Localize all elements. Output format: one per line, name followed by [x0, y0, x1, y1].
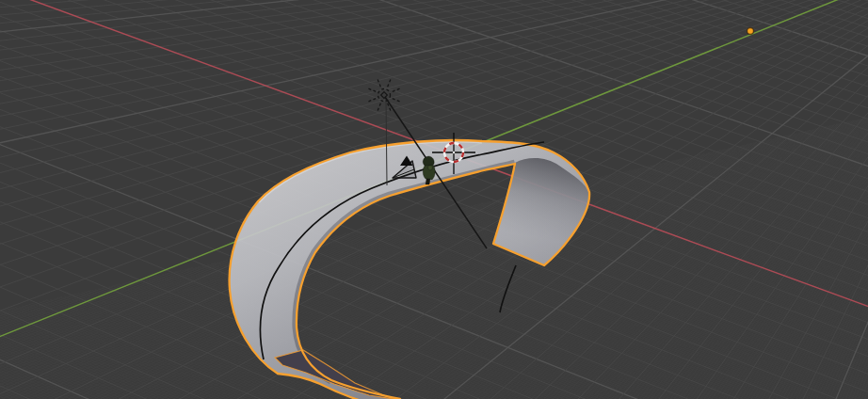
- floor-grid: [0, 0, 868, 399]
- object-origin-dot: [747, 28, 754, 35]
- viewport-canvas[interactable]: [0, 0, 868, 399]
- blender-3d-viewport[interactable]: [0, 0, 868, 399]
